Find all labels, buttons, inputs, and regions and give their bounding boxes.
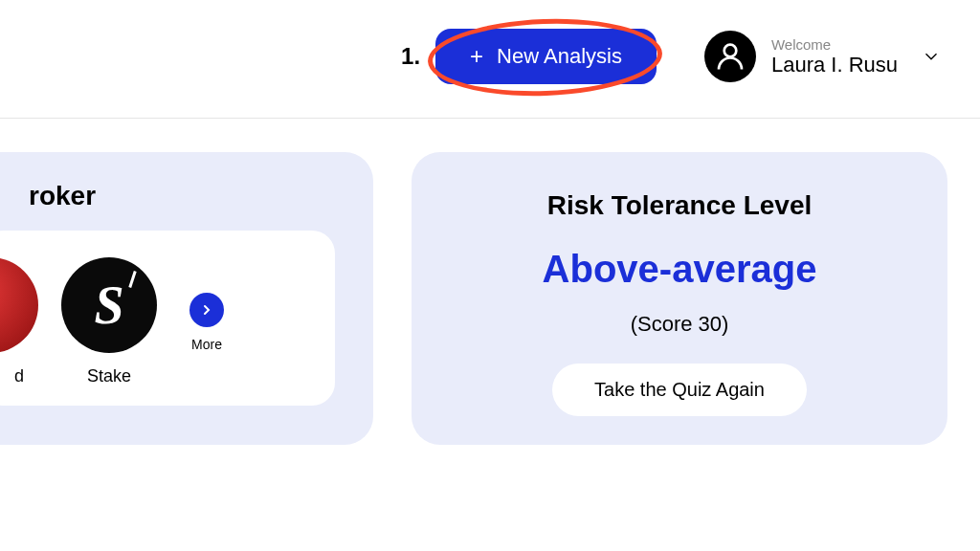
broker-logo-red (0, 257, 38, 353)
new-analysis-button[interactable]: + New Analysis (435, 29, 657, 84)
user-name: Laura I. Rusu (771, 53, 898, 77)
take-quiz-button[interactable]: Take the Quiz Again (552, 364, 807, 416)
person-icon (713, 39, 747, 74)
svg-point-0 (724, 45, 737, 57)
broker-card: roker d S Stake More (0, 152, 373, 445)
broker-item[interactable]: d (0, 257, 38, 386)
more-circle (189, 293, 224, 327)
new-analysis-group: 1. + New Analysis (401, 29, 657, 84)
welcome-label: Welcome (771, 36, 898, 53)
stake-tick-icon (128, 271, 136, 288)
risk-score: (Score 30) (631, 312, 729, 337)
user-menu[interactable]: Welcome Laura I. Rusu (704, 31, 942, 82)
risk-card: Risk Tolerance Level Above-average (Scor… (412, 152, 947, 445)
more-button[interactable]: More (189, 293, 224, 352)
broker-item[interactable]: S Stake (61, 257, 157, 386)
new-analysis-label: New Analysis (497, 44, 622, 69)
risk-title: Risk Tolerance Level (547, 190, 813, 221)
broker-label: d (14, 366, 24, 386)
avatar (704, 31, 756, 82)
risk-level: Above-average (543, 248, 817, 291)
broker-logo-stake: S (61, 257, 157, 353)
chevron-right-icon (199, 302, 214, 318)
broker-list: d S Stake More (0, 231, 335, 406)
header-bar: 1. + New Analysis Welcome Laura I. Rusu (0, 0, 980, 119)
broker-card-title: roker (29, 181, 335, 211)
broker-label: Stake (87, 366, 131, 386)
content-area: roker d S Stake More (0, 119, 980, 445)
stake-letter-icon: S (94, 275, 123, 336)
step-number: 1. (401, 43, 420, 70)
user-text: Welcome Laura I. Rusu (771, 36, 898, 77)
plus-icon: + (470, 45, 483, 68)
chevron-down-icon (921, 46, 942, 67)
more-label: More (191, 337, 222, 352)
